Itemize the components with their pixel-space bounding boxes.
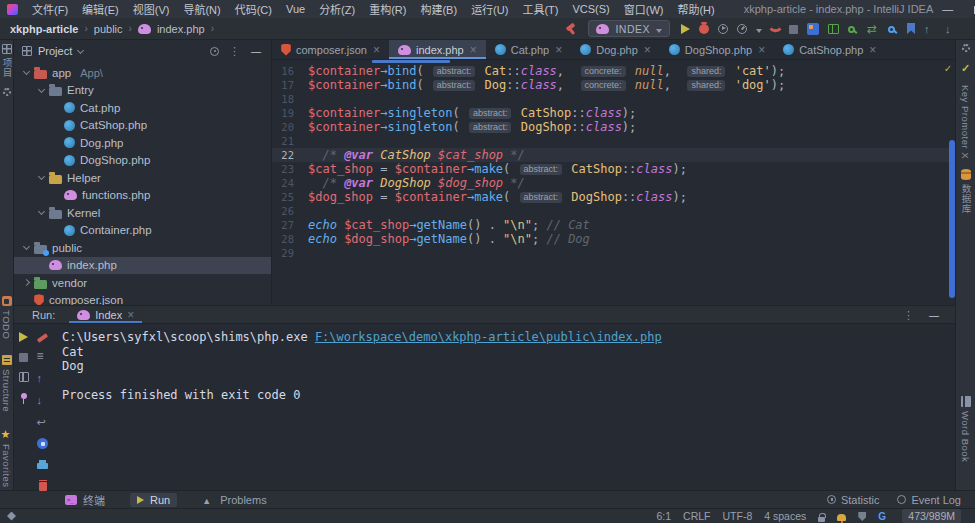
menu-item[interactable]: 编辑(E) <box>75 1 126 17</box>
tree-item-cat-php[interactable]: Cat.php <box>14 99 271 117</box>
locate-file-icon[interactable] <box>210 47 219 56</box>
project-panel-title[interactable]: Project <box>38 45 72 57</box>
tree-item-catshop-php[interactable]: CatShop.php <box>14 117 271 135</box>
editor-tab-index-php[interactable]: index.php× <box>389 40 486 59</box>
gear-icon[interactable] <box>962 44 970 52</box>
close-icon[interactable]: × <box>373 43 380 57</box>
tool-window-favorites[interactable]: Favorites <box>1 428 13 488</box>
tree-item-composer-json[interactable]: composer.json <box>14 292 271 306</box>
gear-icon[interactable] <box>3 88 11 96</box>
pin-icon[interactable] <box>21 393 27 399</box>
attach-icon[interactable] <box>769 23 782 36</box>
tree-item-helper[interactable]: Helper <box>14 169 271 187</box>
editor-tab-composer-json[interactable]: composer.json× <box>272 40 389 59</box>
tree-item-dogshop-php[interactable]: DogShop.php <box>14 152 271 170</box>
run-tab-index[interactable]: Index × <box>69 306 142 323</box>
tool-window-project[interactable]: 项目 <box>0 44 14 78</box>
tree-item-container-php[interactable]: Container.php <box>14 222 271 240</box>
chevron-down-icon[interactable] <box>38 208 45 215</box>
chevron-down-icon[interactable] <box>38 86 45 93</box>
menu-item[interactable]: 代码(C) <box>228 1 279 17</box>
tree-item-entry[interactable]: Entry <box>14 82 271 100</box>
status-widget-event-log[interactable]: Event Log <box>897 494 961 506</box>
tool-window-structure[interactable]: Structure <box>1 355 12 412</box>
status-widget-statistic[interactable]: Statistic <box>827 494 880 506</box>
chevron-down-icon[interactable] <box>38 173 45 180</box>
tree-item-public[interactable]: public <box>14 239 271 257</box>
up-icon[interactable] <box>924 23 936 35</box>
tree-item-index-php[interactable]: index.php <box>14 257 271 275</box>
breadcrumb-item[interactable]: public <box>94 23 123 35</box>
find-icon[interactable] <box>848 26 855 33</box>
maximize-button[interactable] <box>963 0 975 18</box>
sort-icon[interactable] <box>37 350 49 362</box>
close-icon[interactable]: × <box>127 308 134 322</box>
caret-icon[interactable] <box>756 29 762 33</box>
tree-item-kernel[interactable]: Kernel <box>14 204 271 222</box>
tool-window-switcher-icon[interactable] <box>7 512 16 521</box>
layout-icon[interactable] <box>828 24 839 34</box>
coverage-icon[interactable] <box>718 24 728 34</box>
tree-item-vendor[interactable]: vendor <box>14 274 271 292</box>
chevron-right-icon[interactable] <box>23 279 30 286</box>
bookmark-icon[interactable] <box>907 23 915 34</box>
tree-item-functions-php[interactable]: functions.php <box>14 187 271 205</box>
tool-window-key-promoter[interactable]: Key Promoter X <box>960 85 971 159</box>
chevron-down-icon[interactable] <box>23 243 30 250</box>
bell-icon[interactable] <box>837 514 846 521</box>
menu-item[interactable]: 导航(N) <box>176 1 227 17</box>
menu-item[interactable]: 重构(R) <box>362 1 413 17</box>
editor-tab-dogshop-php[interactable]: DogShop.php× <box>660 40 774 59</box>
inspection-status-icon[interactable]: ✓ <box>944 62 951 75</box>
console-file-link[interactable]: F:\workspace\demo\xkphp-article\public\i… <box>315 330 662 344</box>
run-console[interactable]: C:\Users\syfxl\scoop\shims\php.exe F:\wo… <box>52 324 955 490</box>
layoutgrid-icon[interactable] <box>19 372 29 382</box>
stop-icon[interactable] <box>789 25 798 34</box>
menu-item[interactable]: Vue <box>279 3 312 15</box>
chevron-down-icon[interactable] <box>23 68 30 75</box>
tool-window-todo[interactable]: TODO <box>1 296 12 339</box>
menu-item[interactable]: 文件(F) <box>25 1 75 17</box>
editor-tab-dog-php[interactable]: Dog.php× <box>571 40 660 59</box>
bottom-tab-run[interactable]: Run <box>130 493 177 507</box>
editor-tab-catshop-php[interactable]: CatShop.php× <box>774 40 885 59</box>
editor-tab-cat-php[interactable]: Cat.php× <box>486 40 572 59</box>
up-icon[interactable] <box>37 372 49 384</box>
tool-window-database[interactable]: 数据库 <box>959 169 973 214</box>
status-item[interactable]: 6:1 <box>656 510 671 522</box>
rerun-icon[interactable] <box>19 332 28 342</box>
bottom-tab-problems[interactable]: Problems <box>195 493 273 507</box>
more-options-icon[interactable] <box>903 309 915 321</box>
print-icon[interactable] <box>37 463 48 469</box>
status-item[interactable]: CRLF <box>683 510 710 522</box>
status-item[interactable]: UTF-8 <box>723 510 753 522</box>
hide-panel-icon[interactable] <box>251 45 263 57</box>
close-icon[interactable]: × <box>555 43 562 57</box>
stop-icon[interactable] <box>19 353 28 362</box>
close-icon[interactable]: × <box>758 43 765 57</box>
menu-item[interactable]: 视图(V) <box>126 1 177 17</box>
chevron-down-icon[interactable] <box>77 46 84 53</box>
tree-item-app[interactable]: appApp\ <box>14 64 271 82</box>
run-icon[interactable] <box>681 24 690 34</box>
menu-item[interactable]: 构建(B) <box>413 1 464 17</box>
wrap-icon[interactable] <box>37 416 49 428</box>
menu-item[interactable]: 运行(U) <box>464 1 515 17</box>
breadcrumb-item[interactable]: xkphp-article <box>10 23 78 35</box>
scrollend-icon[interactable] <box>37 438 48 449</box>
shield-icon[interactable] <box>858 512 866 521</box>
breadcrumb-item[interactable]: index.php <box>157 23 205 35</box>
bottom-tab--[interactable]: 终端 <box>58 491 112 509</box>
search-icon[interactable] <box>888 26 895 33</box>
close-icon[interactable]: × <box>644 43 651 57</box>
debug-icon[interactable] <box>699 24 709 34</box>
trash-icon[interactable] <box>39 482 47 491</box>
minimize-button[interactable] <box>933 0 963 18</box>
hide-panel-icon[interactable] <box>929 309 941 321</box>
profiler-icon[interactable] <box>737 24 747 34</box>
more-options-icon[interactable] <box>229 45 241 57</box>
status-item[interactable]: 4 spaces <box>764 510 806 522</box>
replace-icon[interactable] <box>867 23 879 35</box>
tool-window-word-book[interactable]: Word Book <box>960 396 971 462</box>
google-icon[interactable] <box>878 510 890 522</box>
